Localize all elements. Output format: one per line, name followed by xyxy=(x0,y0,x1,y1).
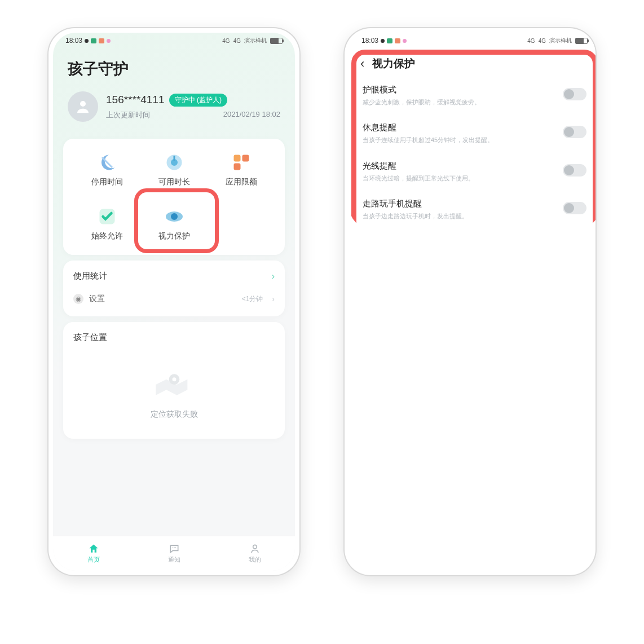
features-card: 停用时间 可用时长 应用限额 始终允许 视力保护 xyxy=(63,139,285,255)
signal-icon: 4G xyxy=(233,38,241,44)
status-right: 4G 4G 演示样机 xyxy=(527,37,588,45)
status-left: 18:03 xyxy=(361,37,407,45)
phone-right: 18:03 4G 4G 演示样机 ‹ 视力保护 护眼模式 减少蓝光刺激，保护眼睛… xyxy=(345,28,596,575)
highlight-annotation xyxy=(351,50,596,229)
svg-point-15 xyxy=(175,548,176,549)
location-fail-text: 定位获取失败 xyxy=(151,409,198,420)
feature-app-limit[interactable]: 应用限额 xyxy=(208,149,275,191)
home-icon xyxy=(88,543,99,554)
signal-icon: 4G xyxy=(539,38,546,44)
tab-mine[interactable]: 我的 xyxy=(214,536,295,571)
phone-number: 156****4111 xyxy=(106,94,165,106)
screen-left: 18:03 4G 4G 演示样机 孩子守护 156****4111 守 xyxy=(53,33,295,571)
page-title: 孩子守护 xyxy=(53,48,295,88)
profile-section: 156****4111 守护中 (监护人) 上次更新时间 2021/02/19 … xyxy=(53,88,295,133)
moon-icon xyxy=(97,152,117,173)
profile-info: 156****4111 守护中 (监护人) 上次更新时间 2021/02/19 … xyxy=(106,94,280,120)
phone-left: 18:03 4G 4G 演示样机 孩子守护 156****4111 守 xyxy=(48,28,299,575)
status-time: 18:03 xyxy=(361,37,378,45)
carrier-label: 演示样机 xyxy=(549,37,572,45)
feature-label: 可用时长 xyxy=(158,177,190,187)
chevron-right-icon: › xyxy=(272,294,275,303)
stats-card[interactable]: 使用统计 › ◉ 设置 <1分钟 › xyxy=(63,261,285,316)
tab-notify[interactable]: 通知 xyxy=(134,536,214,571)
stats-title: 使用统计 xyxy=(73,271,107,281)
tab-home[interactable]: 首页 xyxy=(53,536,134,571)
app-icon xyxy=(107,39,111,43)
carrier-label: 演示样机 xyxy=(244,37,267,45)
status-left: 18:03 xyxy=(65,37,111,45)
stats-setting-label: 设置 xyxy=(89,294,236,304)
svg-point-14 xyxy=(174,548,175,549)
battery-icon xyxy=(270,38,283,44)
svg-rect-6 xyxy=(242,155,249,162)
stats-time: <1分钟 xyxy=(242,294,263,304)
map-pin-icon xyxy=(155,369,194,400)
feature-label: 应用限额 xyxy=(226,177,257,187)
battery-icon xyxy=(575,38,588,44)
clock-icon xyxy=(164,152,184,173)
check-icon xyxy=(97,206,117,227)
avatar[interactable] xyxy=(68,91,98,122)
feature-downtime[interactable]: 停用时间 xyxy=(73,149,140,191)
feature-label: 停用时间 xyxy=(91,177,123,187)
svg-rect-4 xyxy=(173,156,175,161)
status-bar: 18:03 4G 4G 演示样机 xyxy=(53,33,295,48)
location-title: 孩子位置 xyxy=(73,332,275,343)
chevron-right-icon: › xyxy=(272,271,275,281)
svg-rect-5 xyxy=(233,155,240,162)
tab-label: 我的 xyxy=(249,555,261,564)
signal-icon: 4G xyxy=(527,38,535,44)
app-icon xyxy=(387,38,392,43)
status-bar: 18:03 4G 4G 演示样机 xyxy=(349,33,596,48)
feature-label: 始终允许 xyxy=(91,231,123,241)
user-icon xyxy=(249,543,261,554)
notif-icon xyxy=(381,39,385,43)
screen-right: 18:03 4G 4G 演示样机 ‹ 视力保护 护眼模式 减少蓝光刺激，保护眼睛… xyxy=(349,33,596,229)
status-right: 4G 4G 演示样机 xyxy=(222,37,283,45)
status-time: 18:03 xyxy=(65,37,82,45)
svg-point-12 xyxy=(172,377,176,381)
app-icon xyxy=(99,38,104,43)
stats-row[interactable]: ◉ 设置 <1分钟 › xyxy=(73,294,275,306)
signal-icon: 4G xyxy=(222,38,230,44)
chat-icon xyxy=(169,543,180,554)
svg-point-13 xyxy=(172,548,173,549)
location-card[interactable]: 孩子位置 定位获取失败 xyxy=(63,322,285,439)
last-update-time: 2021/02/19 18:02 xyxy=(223,110,280,120)
app-icon xyxy=(395,38,400,43)
tab-label: 首页 xyxy=(87,555,100,564)
last-update-label: 上次更新时间 xyxy=(106,110,150,120)
notif-icon xyxy=(85,39,89,43)
tab-label: 通知 xyxy=(168,555,180,564)
feature-always-allow[interactable]: 始终允许 xyxy=(73,203,140,245)
status-badge: 守护中 (监护人) xyxy=(169,94,227,107)
tab-bar: 首页 通知 我的 xyxy=(53,536,295,571)
highlight-annotation xyxy=(134,188,219,253)
apps-icon xyxy=(231,152,252,173)
svg-rect-7 xyxy=(233,164,240,170)
user-icon xyxy=(74,98,91,115)
app-icon xyxy=(403,39,407,43)
svg-point-16 xyxy=(253,545,257,549)
svg-point-0 xyxy=(80,101,86,107)
gear-icon: ◉ xyxy=(73,294,83,304)
feature-usable-time[interactable]: 可用时长 xyxy=(140,149,208,191)
app-icon xyxy=(91,38,96,43)
